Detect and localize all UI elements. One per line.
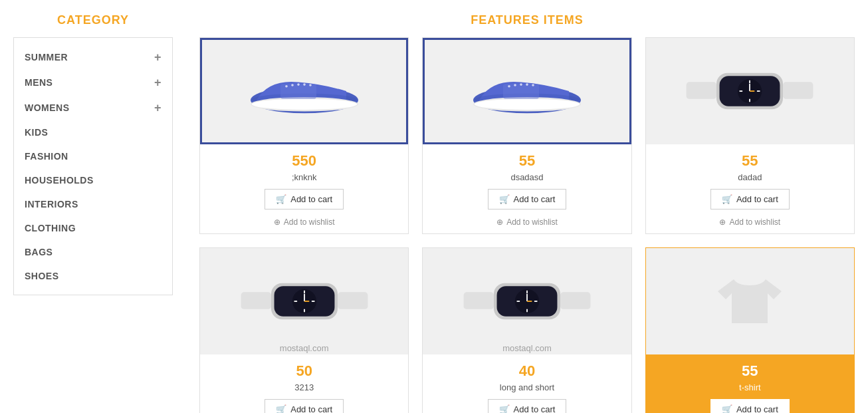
products-grid: 550;knknk🛒Add to cart⊕Add to wishlist 55…: [199, 37, 855, 413]
svg-point-8: [303, 83, 306, 86]
product-card-p4: mostaql.com503213🛒Add to cart⊕Add to wis…: [199, 247, 409, 413]
add-to-wishlist-button-p1[interactable]: ⊕Add to wishlist: [200, 217, 408, 227]
product-image-p6: [646, 248, 854, 354]
svg-rect-21: [783, 82, 813, 98]
cart-icon: 🛒: [499, 404, 510, 413]
sidebar-item-label-interiors: INTERIORS: [25, 199, 78, 209]
product-price-p2: 55: [423, 152, 631, 170]
wishlist-icon: ⊕: [496, 217, 503, 227]
add-to-cart-button-p3[interactable]: 🛒Add to cart: [710, 189, 790, 209]
product-price-p3: 55: [646, 152, 854, 170]
product-card-p2: 55dsadasd🛒Add to cart⊕Add to wishlist: [422, 37, 631, 234]
svg-rect-44: [464, 292, 494, 309]
add-to-cart-button-p1[interactable]: 🛒Add to cart: [265, 189, 344, 209]
svg-point-15: [508, 85, 510, 88]
sidebar-item-label-shoes: SHOES: [25, 271, 59, 281]
svg-point-13: [475, 99, 580, 110]
wishlist-icon: ⊕: [719, 217, 726, 227]
svg-point-17: [520, 83, 522, 86]
product-card-p5: mostaql.com40long and short🛒Add to cart⊕…: [422, 247, 631, 413]
sidebar-title: CATEGORY: [13, 7, 173, 37]
svg-point-6: [291, 84, 294, 86]
main-content: FEATURES ITEMS 550;knknk🛒Add to cart⊕Add…: [186, 7, 855, 413]
add-to-cart-button-p4[interactable]: 🛒Add to cart: [265, 399, 344, 413]
sidebar-item-fashion[interactable]: FASHION: [14, 144, 172, 168]
add-to-cart-label: Add to cart: [514, 194, 556, 204]
sidebar-item-shoes[interactable]: SHOES: [14, 264, 172, 288]
product-name-p3: dadad: [646, 172, 854, 182]
svg-point-18: [526, 83, 528, 86]
product-image-p4: mostaql.com: [200, 248, 408, 354]
product-price-p6: 55: [646, 362, 854, 380]
plus-icon-summer: +: [154, 51, 162, 63]
sidebar-item-households[interactable]: HOUSEHOLDS: [14, 168, 172, 192]
sidebar-item-interiors[interactable]: INTERIORS: [14, 192, 172, 216]
product-price-p1: 550: [200, 152, 408, 170]
sidebar-item-womens[interactable]: WOMENS+: [14, 95, 172, 120]
sidebar-box: SUMMER+MENS+WOMENS+KIDSFASHIONHOUSEHOLDS…: [13, 37, 173, 295]
product-name-p6: t-shirt: [646, 382, 854, 392]
sidebar-item-bags[interactable]: BAGS: [14, 240, 172, 264]
svg-point-7: [297, 83, 300, 86]
watermark: mostaql.com: [200, 342, 408, 354]
sidebar-item-label-fashion: FASHION: [25, 151, 68, 162]
product-card-p1: 550;knknk🛒Add to cart⊕Add to wishlist: [199, 37, 409, 234]
svg-point-9: [309, 84, 312, 86]
add-to-wishlist-button-p2[interactable]: ⊕Add to wishlist: [423, 217, 631, 227]
sidebar-item-clothing[interactable]: CLOTHING: [14, 216, 172, 240]
product-price-p5: 40: [423, 362, 631, 380]
cart-icon: 🛒: [722, 404, 732, 413]
svg-point-19: [532, 84, 534, 86]
product-name-p1: ;knknk: [200, 172, 408, 182]
sidebar-item-kids[interactable]: KIDS: [14, 120, 172, 144]
add-to-cart-label: Add to cart: [736, 194, 778, 204]
sidebar-item-label-summer: SUMMER: [25, 52, 68, 63]
product-image-p2: [423, 38, 631, 144]
wishlist-label: Add to wishlist: [284, 217, 335, 227]
product-image-p1: [200, 38, 408, 144]
product-name-p5: long and short: [423, 382, 631, 392]
sidebar-item-mens[interactable]: MENS+: [14, 70, 172, 95]
svg-point-16: [514, 84, 516, 86]
svg-rect-33: [338, 292, 368, 309]
svg-point-3: [251, 99, 356, 110]
svg-rect-32: [241, 292, 271, 309]
add-to-cart-button-p2[interactable]: 🛒Add to cart: [488, 189, 567, 209]
product-image-p5: mostaql.com: [423, 248, 631, 354]
product-price-p4: 50: [200, 362, 408, 380]
add-to-cart-button-p6[interactable]: 🛒Add to cart: [710, 399, 790, 413]
wishlist-icon: ⊕: [274, 217, 280, 227]
add-to-cart-button-p5[interactable]: 🛒Add to cart: [488, 399, 567, 413]
add-to-cart-label: Add to cart: [514, 404, 556, 413]
watermark: mostaql.com: [423, 342, 631, 354]
product-image-p3: [646, 38, 854, 144]
add-to-cart-label: Add to cart: [290, 404, 332, 413]
plus-icon-womens: +: [154, 102, 162, 114]
sidebar-item-label-kids: KIDS: [25, 127, 48, 138]
sidebar-item-label-households: HOUSEHOLDS: [25, 175, 94, 186]
plus-icon-mens: +: [154, 76, 162, 88]
cart-icon: 🛒: [276, 194, 286, 204]
product-card-p3: 55dadad🛒Add to cart⊕Add to wishlist: [645, 37, 855, 234]
svg-rect-20: [687, 82, 716, 98]
product-card-p6: 55t-shirt🛒Add to cart⊕Add to wishlist: [645, 247, 855, 413]
sidebar-item-summer[interactable]: SUMMER+: [14, 45, 172, 70]
product-name-p4: 3213: [200, 382, 408, 392]
sidebar-item-label-bags: BAGS: [25, 247, 53, 257]
cart-icon: 🛒: [499, 194, 510, 204]
cart-icon: 🛒: [276, 404, 286, 413]
cart-icon: 🛒: [722, 194, 732, 204]
wishlist-label: Add to wishlist: [729, 217, 780, 227]
add-to-wishlist-button-p3[interactable]: ⊕Add to wishlist: [646, 217, 854, 227]
svg-rect-45: [560, 292, 590, 309]
sidebar: CATEGORY SUMMER+MENS+WOMENS+KIDSFASHIONH…: [13, 7, 186, 413]
features-title: FEATURES ITEMS: [199, 7, 855, 37]
sidebar-item-label-clothing: CLOTHING: [25, 223, 76, 233]
wishlist-label: Add to wishlist: [506, 217, 558, 227]
svg-point-5: [285, 85, 288, 88]
sidebar-item-label-womens: WOMENS: [25, 102, 70, 113]
product-name-p2: dsadasd: [423, 172, 631, 182]
add-to-cart-label: Add to cart: [290, 194, 332, 204]
sidebar-item-label-mens: MENS: [25, 77, 53, 88]
add-to-cart-label: Add to cart: [736, 404, 778, 413]
